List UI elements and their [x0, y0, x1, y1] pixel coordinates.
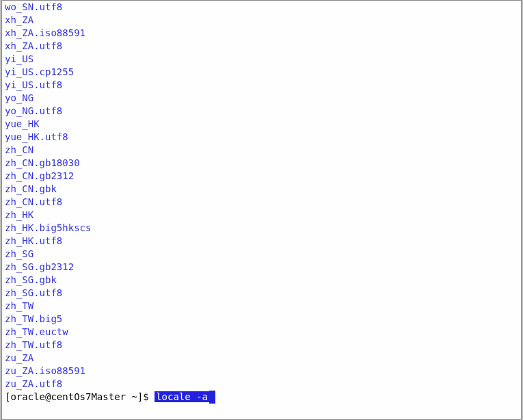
output-line: yi_US: [5, 53, 518, 66]
output-line: yue_HK.utf8: [5, 131, 518, 144]
output-line: zh_SG.utf8: [5, 287, 518, 300]
output-line: zh_TW: [5, 300, 518, 313]
output-line: yue_HK: [5, 118, 518, 131]
terminal-output: wo_SN.utf8 xh_ZA xh_ZA.iso88591 xh_ZA.ut…: [5, 1, 518, 391]
output-line: xh_ZA.iso88591: [5, 27, 518, 40]
output-line: xh_ZA: [5, 14, 518, 27]
output-line: wo_SN.utf8: [5, 1, 518, 14]
output-line: zu_ZA.utf8: [5, 378, 518, 391]
output-line: zh_TW.utf8: [5, 339, 518, 352]
output-line: zu_ZA.iso88591: [5, 365, 518, 378]
output-line: xh_ZA.utf8: [5, 40, 518, 53]
output-line: zh_HK.big5hkscs: [5, 222, 518, 235]
output-line: zh_SG.gbk: [5, 274, 518, 287]
output-line: yi_US.cp1255: [5, 66, 518, 79]
output-line: zh_SG.gb2312: [5, 261, 518, 274]
terminal-window[interactable]: wo_SN.utf8 xh_ZA xh_ZA.iso88591 xh_ZA.ut…: [1, 0, 522, 420]
output-line: yo_NG.utf8: [5, 105, 518, 118]
shell-prompt: [oracle@centOs7Master ~]$: [5, 391, 155, 402]
output-line: zh_SG: [5, 248, 518, 261]
output-line: zh_CN.gb2312: [5, 170, 518, 183]
output-line: zh_CN: [5, 144, 518, 157]
output-line: zh_CN.gbk: [5, 183, 518, 196]
output-line: yo_NG: [5, 92, 518, 105]
output-line: yi_US.utf8: [5, 79, 518, 92]
output-line: zh_CN.gb18030: [5, 157, 518, 170]
output-line: zh_HK.utf8: [5, 235, 518, 248]
output-line: zh_CN.utf8: [5, 196, 518, 209]
prompt-line[interactable]: [oracle@centOs7Master ~]$ locale -a: [5, 391, 518, 404]
output-line: zh_TW.big5: [5, 313, 518, 326]
output-line: zh_HK: [5, 209, 518, 222]
cursor-icon: [209, 391, 215, 404]
output-line: zu_ZA: [5, 352, 518, 365]
command-input[interactable]: locale -a: [155, 391, 209, 402]
output-line: zh_TW.euctw: [5, 326, 518, 339]
